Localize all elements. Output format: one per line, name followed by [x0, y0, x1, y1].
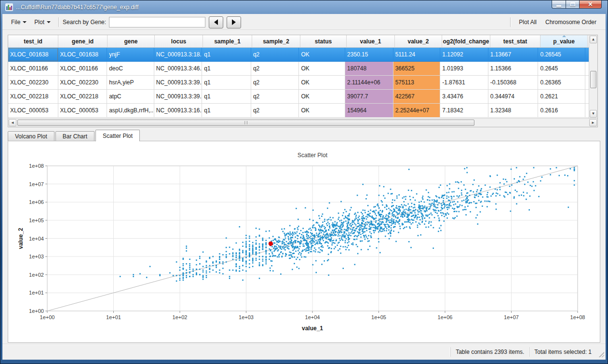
search-input[interactable]	[109, 17, 205, 27]
table-cell[interactable]: XLOC_001638	[58, 48, 108, 62]
table-cell[interactable]: 0.2621	[538, 90, 585, 104]
column-header-gene_id[interactable]: gene_id	[58, 35, 108, 48]
titlebar[interactable]: ...Cuffdiff\Run77dabb7b417c6577\gene_exp…	[2, 0, 606, 14]
table-cell[interactable]: 2.25244e+07	[393, 104, 441, 118]
table-cell[interactable]: 39077.7	[345, 90, 393, 104]
scroll-right-button[interactable]: ►	[589, 119, 597, 126]
search-prev-button[interactable]	[209, 16, 223, 28]
table-cell[interactable]: 1.15366	[488, 62, 539, 76]
scatter-plot[interactable]: 1e+001e+011e+021e+031e+041e+051e+061e+07…	[8, 141, 600, 342]
tab-scatter-plot[interactable]: Scatter Plot	[95, 130, 140, 141]
table-cell[interactable]: OK	[299, 48, 345, 62]
table-cell[interactable]: XLOC_001166	[8, 62, 58, 76]
column-header-value_2[interactable]: value_2	[395, 35, 442, 48]
table-cell[interactable]: q1	[202, 62, 251, 76]
table-vertical-scrollbar[interactable]: ▲ ▼	[589, 35, 597, 118]
selected-point-marker[interactable]	[269, 242, 273, 246]
plot-all-button[interactable]: Plot All	[514, 16, 541, 28]
table-cell[interactable]: q1	[202, 48, 251, 62]
table-cell[interactable]: NC_000913.3:46...	[154, 62, 203, 76]
plot-menu[interactable]: Plot	[30, 17, 54, 27]
table-cell[interactable]: OK	[299, 76, 345, 90]
table-row[interactable]: XLOC_001638XLOC_001638ynjFNC_000913.3:18…	[8, 48, 590, 62]
table-cell[interactable]: NC_000913.3:39...	[154, 76, 203, 90]
table-cell[interactable]: OK	[299, 90, 345, 104]
table-cell[interactable]: q2	[251, 104, 299, 118]
column-header-test_stat[interactable]: test_stat	[490, 35, 540, 48]
table-cell[interactable]: 422567	[393, 90, 441, 104]
column-header-og2(fold_change[interactable]: og2(fold_change	[442, 35, 490, 48]
table-cell[interactable]: NC_000913.3:18...	[154, 48, 203, 62]
table-cell[interactable]: 0.2645	[538, 62, 585, 76]
table-cell[interactable]: 0.2616	[538, 104, 585, 118]
column-header-sample_2[interactable]: sample_2	[252, 35, 300, 48]
table-cell[interactable]: hsrA,yieP	[107, 76, 154, 90]
tab-bar-chart[interactable]: Bar Chart	[55, 131, 95, 141]
table-cell[interactable]: 1.01993	[440, 62, 488, 76]
table-cell[interactable]: XLOC_002218	[8, 90, 58, 104]
close-button[interactable]: ✕	[580, 0, 602, 9]
table-cell[interactable]: 0.26365	[538, 76, 585, 90]
table-cell[interactable]: deoC	[107, 62, 154, 76]
table-cell[interactable]: OK	[299, 104, 345, 118]
search-next-button[interactable]	[227, 16, 241, 28]
resize-grip-icon[interactable]	[597, 351, 604, 357]
column-header-sample_1[interactable]: sample_1	[203, 35, 252, 48]
scroll-up-button[interactable]: ▲	[590, 36, 597, 43]
table-row[interactable]: XLOC_002230XLOC_002230hsrA,yiePNC_000913…	[8, 76, 590, 90]
file-menu[interactable]: File	[7, 17, 30, 27]
table-cell[interactable]: 0.26545	[538, 48, 585, 62]
minimize-button[interactable]	[552, 0, 566, 9]
scroll-left-button[interactable]: ◄	[9, 119, 16, 126]
column-header-gene[interactable]: gene	[108, 35, 155, 48]
scroll-down-button[interactable]: ▼	[590, 110, 597, 118]
table-cell[interactable]: 1.32348	[488, 104, 539, 118]
table-cell[interactable]: XLOC_000053	[8, 104, 58, 118]
table-cell[interactable]: 2.11144e+06	[345, 76, 393, 90]
table-cell[interactable]: q1	[202, 104, 251, 118]
table-cell[interactable]: 1.12092	[440, 48, 488, 62]
table-cell[interactable]: XLOC_000053	[58, 104, 108, 118]
table-cell[interactable]: -1.87631	[440, 76, 488, 90]
column-header-p_value[interactable]: p_value	[540, 35, 588, 48]
table-cell[interactable]: q2	[251, 48, 299, 62]
table-cell[interactable]: 5111.24	[393, 48, 441, 62]
table-cell[interactable]: 3.43476	[440, 90, 488, 104]
column-header-test_id[interactable]: test_id	[8, 35, 58, 48]
table-cell[interactable]: 1.13667	[488, 48, 539, 62]
table-cell[interactable]: atpC	[107, 90, 154, 104]
maximize-button[interactable]	[566, 0, 580, 9]
table-cell[interactable]: -0.150368	[488, 76, 539, 90]
table-cell[interactable]: NC_000913.3:39...	[154, 90, 203, 104]
table-cell[interactable]: NC_000913.3:16...	[154, 104, 203, 118]
table-cell[interactable]: 7.18342	[440, 104, 488, 118]
table-cell[interactable]: q2	[251, 76, 299, 90]
table-cell[interactable]: q2	[251, 62, 299, 76]
table-row[interactable]: XLOC_002218XLOC_002218atpCNC_000913.3:39…	[8, 90, 590, 104]
table-cell[interactable]: XLOC_001638	[8, 48, 58, 62]
table-cell[interactable]: q1	[202, 90, 251, 104]
table-cell[interactable]: q1	[202, 76, 251, 90]
table-cell[interactable]: 180748	[345, 62, 393, 76]
table-cell[interactable]: XLOC_002230	[8, 76, 58, 90]
chromosome-order-button[interactable]: Chromosome Order	[541, 16, 601, 28]
tab-volcano-plot[interactable]: Volcano Plot	[8, 131, 54, 141]
table-cell[interactable]: OK	[299, 62, 345, 76]
table-cell[interactable]: XLOC_002218	[58, 90, 108, 104]
vertical-scroll-thumb[interactable]	[590, 71, 596, 88]
table-cell[interactable]: XLOC_002230	[58, 76, 108, 90]
table-cell[interactable]: XLOC_001166	[58, 62, 108, 76]
table-cell[interactable]: q2	[251, 90, 299, 104]
horizontal-scroll-thumb[interactable]	[17, 120, 474, 126]
table-cell[interactable]: 0.344974	[488, 90, 539, 104]
table-cell[interactable]: 575113	[393, 76, 441, 90]
table-cell[interactable]: 154964	[345, 104, 393, 118]
table-cell[interactable]: ynjF	[107, 48, 154, 62]
column-header-value_1[interactable]: value_1	[347, 35, 395, 48]
table-cell[interactable]: 2350.15	[345, 48, 393, 62]
table-horizontal-scrollbar[interactable]: ◄ ►	[8, 118, 597, 127]
table-cell[interactable]: 366525	[393, 62, 441, 76]
table-cell[interactable]: aspU,dkgB,rrfH,...	[107, 104, 154, 118]
column-header-status[interactable]: status	[300, 35, 347, 48]
column-header-locus[interactable]: locus	[155, 35, 203, 48]
